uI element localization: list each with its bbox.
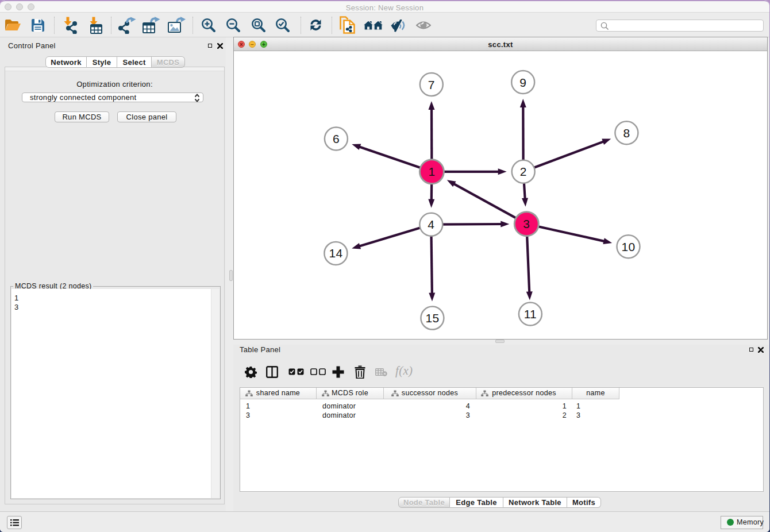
svg-text:3: 3 <box>523 217 530 230</box>
svg-text:4: 4 <box>428 218 434 231</box>
svg-text:10: 10 <box>622 240 636 253</box>
svg-text:7: 7 <box>428 78 435 91</box>
svg-text:11: 11 <box>524 307 537 321</box>
svg-text:14: 14 <box>329 246 342 260</box>
svg-text:2: 2 <box>520 165 527 178</box>
svg-text:1: 1 <box>428 165 435 178</box>
svg-text:9: 9 <box>519 76 526 89</box>
svg-text:8: 8 <box>623 126 630 140</box>
svg-text:15: 15 <box>425 311 439 325</box>
svg-text:6: 6 <box>333 132 340 145</box>
